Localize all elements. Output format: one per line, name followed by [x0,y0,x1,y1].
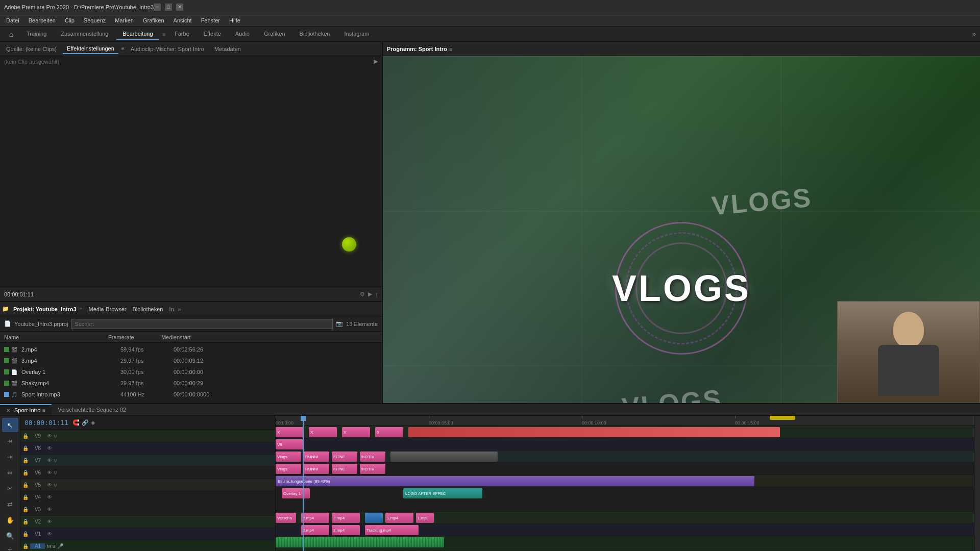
menu-grafiken[interactable]: Grafiken [139,16,168,24]
program-menu-icon[interactable]: ≡ [449,46,452,52]
v1-lock[interactable]: 🔒 [22,531,29,537]
v4-lock[interactable]: 🔒 [22,494,29,500]
v9-eye[interactable]: 👁 [47,433,52,439]
expand-icon[interactable]: ▶ [374,58,378,65]
clip-v6-fitne[interactable]: FITNE [332,464,357,474]
tab-metadaten[interactable]: Metadaten [210,44,245,54]
timeline-ruler[interactable]: 00:00:00 00:00:05:00 00:00:10:00 00:00:1… [276,416,974,426]
v2-lock[interactable]: 🔒 [22,519,29,524]
close-button[interactable]: ✕ [176,4,183,11]
timeline-tab-sport-intro[interactable]: ✕ Sport Intro ≡ [0,404,52,415]
tl-tool-markers[interactable]: ◈ [91,419,95,426]
clip-v9-x3[interactable]: X [342,427,370,437]
workspace-tab-bearbeitung[interactable]: Bearbeitung [116,29,159,40]
clip-v7-vlogs[interactable]: Vlogs [276,452,301,462]
a1-lock[interactable]: 🔒 [22,543,29,549]
menu-ansicht[interactable]: Ansicht [169,16,196,24]
clip-v1-tracking[interactable]: Tracking.mp4 [365,525,419,535]
v3-lock[interactable]: 🔒 [22,507,29,512]
workspace-more-button[interactable]: » [972,31,976,38]
v7-eye[interactable]: 👁 [47,458,52,463]
v6-toggle[interactable]: M [54,470,58,475]
minimize-button[interactable]: ─ [154,4,161,11]
timeline-timecode[interactable]: 00:00:01:11 [24,419,68,427]
tl-tool-link[interactable]: 🔗 [82,419,89,426]
clip-v9-red[interactable] [408,427,780,437]
tool-track-select[interactable]: ↠ [2,434,18,448]
timeline-tab-nested[interactable]: Verschachtelte Sequenz 02 [52,405,132,415]
v7-lock[interactable]: 🔒 [22,458,29,463]
clip-v5-einstellungsebene[interactable]: Einste..lungsebene (89.43%) [276,476,754,486]
clip-v6-vlogs[interactable]: Vlogs [276,464,301,474]
project-list-item[interactable]: 🎵Sport Intro.mp344100 Hz00:00:00:0000 [0,389,382,400]
menu-marken[interactable]: Marken [111,16,138,24]
search-input[interactable] [71,319,333,329]
v6-eye[interactable]: 👁 [47,470,52,475]
audio-clip-a1[interactable] [276,537,444,547]
v9-lock[interactable]: 🔒 [22,433,29,439]
clip-v7-gray[interactable] [390,452,498,462]
tab-effekteinstellungen[interactable]: Effekteinstellungen [63,44,118,54]
clip-v7-motiv[interactable]: MOTIV [360,452,385,462]
clip-v2-verscha[interactable]: Verscha [276,513,296,523]
clip-v2-blue[interactable] [365,513,383,523]
clip-v7-runni[interactable]: RUNNI [304,452,329,462]
tab-audiomixer[interactable]: Audioclip-Mischer: Sport Intro [127,44,208,54]
v5-toggle[interactable]: M [54,483,58,488]
workspace-tab-training[interactable]: Training [20,29,53,40]
sport-intro-tab-menu[interactable]: ≡ [42,408,45,413]
a1-m[interactable]: M [47,544,51,549]
project-list-item[interactable]: 🎬3.mp429,97 fps00:00:09:12 [0,355,382,366]
clip-v4-overlay[interactable]: Overlay 1 [282,488,310,498]
v4-eye[interactable]: 👁 [47,494,52,500]
clip-v2-3mp4[interactable]: 3.mp4 [332,513,360,523]
effekt-menu-icon[interactable]: ≡ [121,46,125,52]
sport-intro-tab-close[interactable]: ✕ [6,408,10,413]
tab-source[interactable]: Quelle: (keine Clips) [2,44,61,54]
clip-v9-x1[interactable]: X [276,427,304,437]
v5-eye[interactable]: 👁 [47,482,52,488]
v5-lock[interactable]: 🔒 [22,482,29,488]
v8-eye[interactable]: 👁 [47,445,52,451]
menu-sequenz[interactable]: Sequenz [80,16,110,24]
home-button[interactable]: ⌂ [4,27,18,41]
v9-toggle[interactable]: M [54,434,58,439]
tool-razor[interactable]: ✂ [2,481,18,495]
clip-v9-x2[interactable]: X [309,427,337,437]
tool-hand[interactable]: ✋ [2,513,18,527]
timeline-scrollbar-vertical[interactable] [974,416,980,551]
workspace-tab-grafiken[interactable]: Grafiken [258,29,291,40]
camera-icon[interactable]: 📷 [336,320,343,327]
workspace-tab-effekte[interactable]: Effekte [198,29,227,40]
tool-selection[interactable]: ↖ [2,418,18,432]
clip-v7-fitne[interactable]: FITNE [332,452,357,462]
tool-ripple-edit[interactable]: ⇥ [2,449,18,464]
clip-v8-1[interactable]: V8 [276,439,304,449]
a1-mic[interactable]: 🎤 [57,543,63,549]
tool-rolling-edit[interactable]: ⇔ [2,465,18,480]
panel-expand-button[interactable]: » [178,306,181,312]
workspace-tab-bibliotheken[interactable]: Bibliotheken [293,29,336,40]
project-list-item[interactable]: 🎬2.mp459,94 fps00:02:56:26 [0,344,382,355]
clip-v6-motiv[interactable]: MOTIV [360,464,385,474]
v7-toggle[interactable]: M [54,458,58,463]
clip-v2-1mp4[interactable]: 1.mp4 [385,513,413,523]
clip-v2-1mp[interactable]: 1.mp [416,513,434,523]
v8-lock[interactable]: 🔒 [22,445,29,451]
clip-v2-2mp4[interactable]: 2.mp4 [301,513,329,523]
menu-bearbeiten[interactable]: Bearbeiten [24,16,60,24]
a1-s[interactable]: S [53,544,56,549]
workspace-tab-instagram[interactable]: Instagram [338,29,375,40]
workspace-tab-audio[interactable]: Audio [229,29,256,40]
tool-text[interactable]: T [2,544,18,551]
tl-tool-magnet[interactable]: 🧲 [72,419,80,426]
play-icon[interactable]: ▶ [368,291,372,297]
tool-zoom[interactable]: 🔍 [2,529,18,543]
workspace-tab-farbe[interactable]: Farbe [168,29,195,40]
clip-v1-2mp4[interactable]: 2.mp4 [301,525,329,535]
v1-eye[interactable]: 👁 [47,531,52,537]
clip-v1-3mp4[interactable]: 3.mp4 [332,525,360,535]
maximize-button[interactable]: □ [165,4,172,11]
tab-media-browser[interactable]: Media-Browser [89,306,127,312]
project-list-item[interactable]: 🎬Shaky.mp429,97 fps00:00:00:29 [0,378,382,389]
